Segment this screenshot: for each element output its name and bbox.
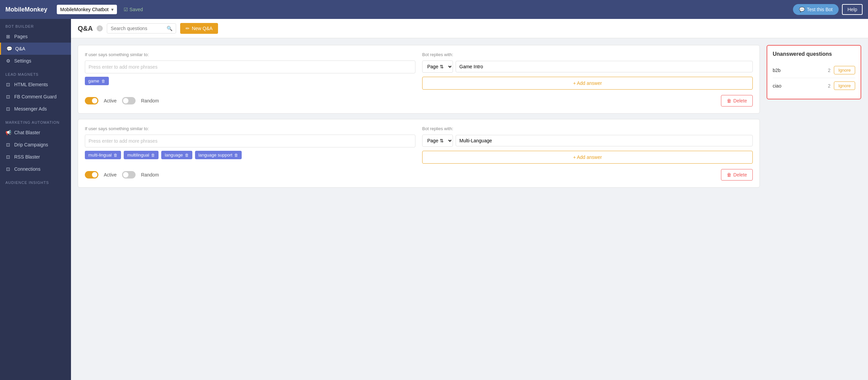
delete-button-2[interactable]: 🗑 Delete bbox=[721, 169, 753, 181]
qa-main: If user says something similar to: game … bbox=[78, 45, 760, 188]
chatbot-name: MobileMonkey Chatbot bbox=[60, 7, 108, 12]
qa-right-1: Bot replies with: Page ⇅ + Add answer bbox=[422, 52, 753, 90]
unanswered-word-ciao: ciao bbox=[773, 83, 781, 89]
check-icon: ☑ bbox=[124, 7, 128, 12]
sidebar-item-settings[interactable]: ⚙ Settings bbox=[0, 55, 71, 67]
qa-left-1: If user says something similar to: game … bbox=[85, 52, 415, 90]
marketing-automation-label: MARKETING AUTOMATION bbox=[0, 115, 71, 126]
audience-insights-label: AUDIENCE INSIGHTS bbox=[0, 175, 71, 187]
topbar: MobileMonkey MobileMonkey Chatbot ▾ ☑ Sa… bbox=[0, 0, 868, 19]
qa-row-2: If user says something similar to: multi… bbox=[85, 126, 753, 164]
tag-delete-language-support[interactable]: 🗑 bbox=[234, 153, 238, 158]
qa-left-label-2: If user says something similar to: bbox=[85, 126, 415, 131]
qa-right-label-1: Bot replies with: bbox=[422, 52, 753, 57]
active-label-1: Active bbox=[104, 98, 117, 103]
messenger-icon: ⊡ bbox=[5, 106, 11, 112]
trash-icon-2: 🗑 bbox=[727, 172, 731, 177]
drip-icon: ⊡ bbox=[5, 142, 11, 147]
sidebar-item-messenger-ads[interactable]: ⊡ Messenger Ads bbox=[0, 103, 71, 115]
active-toggle-1[interactable] bbox=[85, 97, 98, 104]
active-label-2: Active bbox=[104, 172, 117, 177]
rss-icon: ⊡ bbox=[5, 154, 11, 160]
tag-language-support: language support 🗑 bbox=[195, 151, 242, 159]
ignore-button-b2b[interactable]: Ignore bbox=[834, 66, 855, 74]
random-toggle-2[interactable] bbox=[122, 171, 136, 179]
qa-container: If user says something similar to: game … bbox=[71, 38, 868, 194]
reply-type-select-2[interactable]: Page ⇅ bbox=[422, 135, 453, 147]
saved-status: ☑ Saved bbox=[124, 7, 143, 12]
sidebar-item-connections[interactable]: ⊡ Connections bbox=[0, 163, 71, 175]
tag-delete-language[interactable]: 🗑 bbox=[185, 153, 189, 158]
sidebar-item-rss-blaster[interactable]: ⊡ RSS Blaster bbox=[0, 151, 71, 163]
qa-card-2: If user says something similar to: multi… bbox=[78, 119, 760, 188]
sidebar-item-drip-campaigns[interactable]: ⊡ Drip Campaigns bbox=[0, 139, 71, 151]
phrase-input-2[interactable] bbox=[85, 135, 415, 147]
qa-footer-2: Active Random 🗑 Delete bbox=[85, 169, 753, 181]
help-button[interactable]: Help bbox=[842, 4, 863, 15]
search-box[interactable]: 🔍 bbox=[107, 23, 176, 33]
tag-delete-multilingual[interactable]: 🗑 bbox=[114, 153, 118, 158]
reply-row-2: Page ⇅ bbox=[422, 135, 753, 147]
pages-icon: ⊞ bbox=[5, 34, 11, 39]
trash-icon: 🗑 bbox=[727, 98, 731, 103]
test-bot-button[interactable]: 💬 Test this Bot bbox=[793, 4, 839, 15]
html-icon: ⊡ bbox=[5, 82, 11, 87]
reply-value-2[interactable] bbox=[456, 135, 753, 146]
sidebar-item-pages[interactable]: ⊞ Pages bbox=[0, 30, 71, 43]
topbar-right: 💬 Test this Bot Help bbox=[793, 4, 863, 15]
tag-multilingual2: multilingual 🗑 bbox=[124, 151, 159, 159]
app: MobileMonkey MobileMonkey Chatbot ▾ ☑ Sa… bbox=[0, 0, 868, 380]
ignore-button-ciao[interactable]: Ignore bbox=[834, 81, 855, 90]
search-icon: 🔍 bbox=[167, 26, 172, 31]
active-toggle-slider-2 bbox=[85, 171, 98, 179]
bot-builder-label: BOT BUILDER bbox=[0, 19, 71, 30]
new-qa-button[interactable]: ✏ New Q&A bbox=[180, 23, 218, 34]
sidebar-item-html-elements[interactable]: ⊡ HTML Elements bbox=[0, 78, 71, 91]
add-answer-button-1[interactable]: + Add answer bbox=[422, 77, 753, 90]
sidebar-item-chat-blaster[interactable]: 📢 Chat Blaster bbox=[0, 126, 71, 139]
chat-icon: 💬 bbox=[799, 7, 805, 12]
tag-delete-multilingual2[interactable]: 🗑 bbox=[151, 153, 155, 158]
blaster-icon: 📢 bbox=[5, 130, 11, 135]
qa-right-label-2: Bot replies with: bbox=[422, 126, 753, 131]
sidebar-item-fb-comment-guard[interactable]: ⊡ FB Comment Guard bbox=[0, 91, 71, 103]
phrase-input-1[interactable] bbox=[85, 61, 415, 73]
sidebar-item-qa[interactable]: 💬 Q&A bbox=[0, 43, 71, 55]
search-input[interactable] bbox=[111, 26, 165, 31]
add-answer-button-2[interactable]: + Add answer bbox=[422, 151, 753, 164]
tags-2: multi-lingual 🗑 multilingual 🗑 language bbox=[85, 151, 415, 159]
fb-icon: ⊡ bbox=[5, 94, 11, 99]
qa-row-1: If user says something similar to: game … bbox=[85, 52, 753, 90]
random-label-2: Random bbox=[141, 172, 159, 177]
pencil-icon: ✏ bbox=[186, 26, 190, 31]
content-header: Q&A i 🔍 ✏ New Q&A bbox=[71, 19, 868, 38]
unanswered-title: Unanswered questions bbox=[773, 51, 855, 57]
connections-icon: ⊡ bbox=[5, 166, 11, 172]
random-toggle-slider-2 bbox=[122, 171, 136, 179]
unanswered-word-b2b: b2b bbox=[773, 68, 780, 73]
main-layout: BOT BUILDER ⊞ Pages 💬 Q&A ⚙ Settings LEA… bbox=[0, 19, 868, 380]
active-toggle-slider-1 bbox=[85, 97, 98, 104]
unanswered-count-ciao: 2 bbox=[828, 83, 830, 89]
reply-row-1: Page ⇅ bbox=[422, 61, 753, 73]
page-title: Q&A bbox=[78, 25, 93, 32]
unanswered-item-ciao: ciao 2 Ignore bbox=[773, 78, 855, 93]
content-area: Q&A i 🔍 ✏ New Q&A bbox=[71, 19, 868, 380]
delete-button-1[interactable]: 🗑 Delete bbox=[721, 95, 753, 106]
unanswered-panel: Unanswered questions b2b 2 Ignore ciao 2… bbox=[767, 45, 861, 99]
brand-logo: MobileMonkey bbox=[5, 6, 47, 13]
reply-value-1[interactable] bbox=[456, 61, 753, 72]
tag-delete-game[interactable]: 🗑 bbox=[101, 79, 105, 84]
tags-1: game 🗑 bbox=[85, 77, 415, 85]
unanswered-item-b2b: b2b 2 Ignore bbox=[773, 63, 855, 78]
random-toggle-1[interactable] bbox=[122, 97, 136, 104]
qa-card-1: If user says something similar to: game … bbox=[78, 45, 760, 114]
random-label-1: Random bbox=[141, 98, 159, 103]
qa-right-2: Bot replies with: Page ⇅ + Add answer bbox=[422, 126, 753, 164]
reply-type-select-1[interactable]: Page ⇅ bbox=[422, 61, 453, 73]
chatbot-selector[interactable]: MobileMonkey Chatbot ▾ bbox=[57, 5, 117, 14]
qa-left-label-1: If user says something similar to: bbox=[85, 52, 415, 57]
settings-icon: ⚙ bbox=[5, 58, 11, 64]
unanswered-count-b2b: 2 bbox=[828, 68, 830, 73]
active-toggle-2[interactable] bbox=[85, 171, 98, 179]
